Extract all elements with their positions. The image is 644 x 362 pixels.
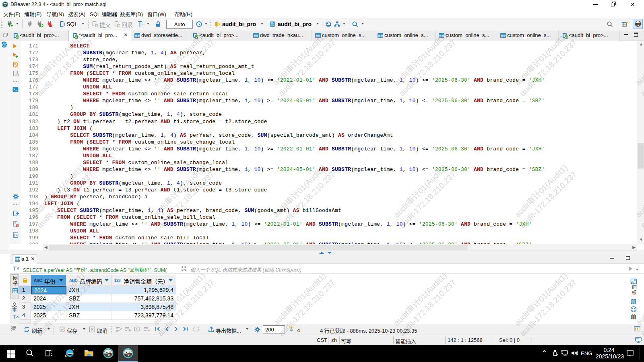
svg-text:(x): (x) — [14, 234, 19, 237]
